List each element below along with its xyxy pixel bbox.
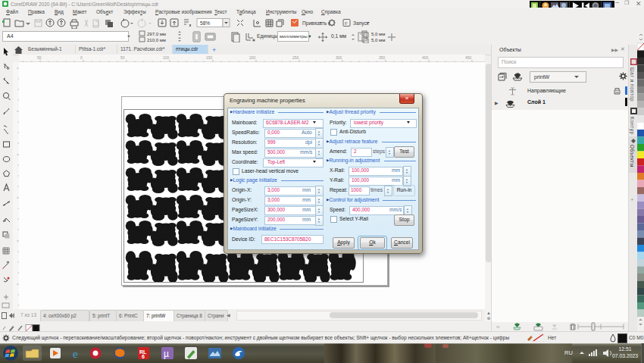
svg-text:350: 350 <box>379 55 386 60</box>
svg-text:F: F <box>345 21 348 26</box>
svg-text:Запуск: Запуск <box>353 20 369 27</box>
svg-text:400: 400 <box>422 55 429 60</box>
svg-text:e: e <box>73 348 78 360</box>
svg-text:6: 6 <box>142 354 145 359</box>
svg-text:450: 450 <box>465 55 472 60</box>
svg-text:210,0 мм: 210,0 мм <box>147 38 166 42</box>
svg-text:300: 300 <box>336 55 342 60</box>
svg-text:››: ›› <box>496 324 500 330</box>
svg-text:µ: µ <box>164 349 169 359</box>
svg-text:250: 250 <box>292 55 299 60</box>
svg-text:297,0 мм: 297,0 мм <box>147 32 166 36</box>
svg-text:100: 100 <box>163 55 170 60</box>
svg-text:Привязать к: Привязать к <box>302 20 330 27</box>
svg-text:0: 0 <box>80 55 83 60</box>
svg-text:150: 150 <box>206 55 213 60</box>
svg-text:58%: 58% <box>200 20 210 26</box>
svg-text:50: 50 <box>37 55 42 60</box>
svg-text:50: 50 <box>120 55 125 60</box>
svg-text:200: 200 <box>249 55 256 60</box>
